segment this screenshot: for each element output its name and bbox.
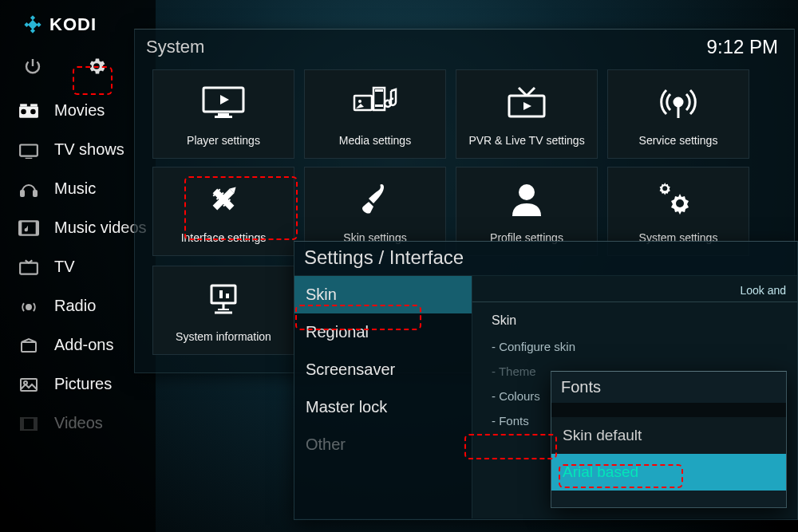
sidebar-item-musicvideos[interactable]: Music videos <box>0 208 156 247</box>
tv-icon <box>18 258 40 276</box>
fonts-title: Fonts <box>551 372 786 403</box>
radio-icon <box>18 298 40 315</box>
system-title: System <box>146 37 204 57</box>
svg-rect-16 <box>36 221 38 234</box>
videos-icon <box>18 415 40 432</box>
svg-rect-14 <box>19 221 38 234</box>
svg-point-30 <box>358 100 361 103</box>
svg-point-18 <box>26 305 31 309</box>
option-skin-heading[interactable]: Skin <box>492 313 797 334</box>
sidebar-item-music[interactable]: Music <box>0 169 156 208</box>
svg-rect-0 <box>30 15 35 20</box>
svg-rect-12 <box>21 191 24 196</box>
pictures-icon <box>18 376 40 393</box>
svg-marker-26 <box>220 95 229 104</box>
svg-point-47 <box>519 184 535 200</box>
svg-rect-33 <box>375 104 383 107</box>
svg-rect-24 <box>34 418 37 430</box>
tile-label: Media settings <box>339 134 411 147</box>
sidebar-item-label: Music <box>54 179 96 198</box>
sidebar-item-addons[interactable]: Add-ons <box>0 325 156 365</box>
font-option-label: Arial based <box>563 463 638 480</box>
category-screensaver[interactable]: Screensaver <box>294 351 472 388</box>
sidebar-item-label: Add-ons <box>54 336 114 354</box>
tile-interface-settings[interactable]: Interface settings <box>152 167 294 256</box>
fonts-divider <box>551 403 786 417</box>
category-skin[interactable]: Skin <box>294 276 472 313</box>
svg-rect-4 <box>28 20 38 30</box>
pencil-ruler-icon <box>203 179 243 220</box>
svg-rect-17 <box>20 262 38 274</box>
interface-title: Settings / Interface <box>294 242 797 276</box>
brand-text: KODI <box>49 14 97 35</box>
svg-marker-37 <box>523 102 531 110</box>
sidebar-item-videos[interactable]: Videos <box>0 404 156 443</box>
media-icon <box>351 81 399 123</box>
svg-rect-50 <box>211 286 235 303</box>
sidebar-item-pictures[interactable]: Pictures <box>0 365 156 404</box>
svg-point-7 <box>30 108 35 114</box>
power-icon[interactable] <box>22 56 43 77</box>
gears-icon <box>658 179 699 220</box>
sidebar-item-movies[interactable]: Movies <box>0 91 156 130</box>
movies-icon <box>18 102 40 120</box>
font-option-label: Skin default <box>563 427 642 443</box>
broadcast-icon <box>659 81 697 123</box>
category-other[interactable]: Other <box>294 426 472 463</box>
music-icon <box>18 180 40 198</box>
category-regional[interactable]: Regional <box>294 313 472 351</box>
font-option-arial-based[interactable]: Arial based <box>551 454 786 491</box>
sidebar: KODI Movies TV shows Music Music videos … <box>0 0 156 532</box>
svg-rect-15 <box>19 221 22 234</box>
brush-icon <box>358 179 393 220</box>
tile-label: Interface settings <box>181 231 267 244</box>
svg-rect-52 <box>226 294 229 298</box>
top-buttons <box>0 49 156 91</box>
presentation-icon <box>205 278 242 319</box>
musicvideos-icon <box>18 219 40 237</box>
svg-rect-20 <box>21 379 37 391</box>
category-label: Skin <box>306 286 337 303</box>
category-label: Screensaver <box>306 361 395 378</box>
sidebar-item-tvshows[interactable]: TV shows <box>0 130 156 169</box>
tile-service-settings[interactable]: Service settings <box>607 69 749 159</box>
sidebar-item-radio[interactable]: Radio <box>0 286 156 325</box>
tile-label: Service settings <box>639 134 718 147</box>
svg-rect-51 <box>219 290 223 298</box>
sidebar-item-label: TV <box>54 258 75 276</box>
sidebar-item-label: Pictures <box>54 375 112 393</box>
tile-player-settings[interactable]: Player settings <box>152 69 294 159</box>
section-header: Look and <box>472 276 797 301</box>
user-icon <box>509 179 544 220</box>
category-label: Other <box>306 435 346 453</box>
option-configure-skin[interactable]: - Configure skin <box>492 334 797 359</box>
svg-rect-23 <box>21 418 23 430</box>
svg-rect-10 <box>20 144 38 156</box>
svg-point-49 <box>662 186 667 191</box>
tile-label: PVR & Live TV settings <box>468 134 584 147</box>
interface-categories: Skin Regional Screensaver Master lock Ot… <box>294 276 472 518</box>
svg-rect-27 <box>218 113 229 116</box>
font-option-skin-default[interactable]: Skin default <box>551 417 786 454</box>
tile-label: System information <box>176 330 271 343</box>
tile-system-information[interactable]: System information <box>152 266 294 355</box>
tile-label: Player settings <box>187 134 260 147</box>
tile-media-settings[interactable]: Media settings <box>304 69 446 159</box>
sidebar-item-tv[interactable]: TV <box>0 247 156 286</box>
gear-icon[interactable] <box>86 56 107 77</box>
monitor-play-icon <box>200 81 247 123</box>
svg-point-38 <box>674 98 682 106</box>
sidebar-item-label: Movies <box>54 101 105 120</box>
addons-icon <box>18 337 40 354</box>
svg-rect-28 <box>215 116 232 118</box>
category-masterlock[interactable]: Master lock <box>294 388 472 426</box>
clock: 9:12 PM <box>707 36 778 58</box>
sidebar-item-label: Videos <box>54 414 103 432</box>
category-label: Master lock <box>306 398 387 416</box>
svg-rect-8 <box>20 104 27 106</box>
tv-antenna-icon <box>504 81 549 123</box>
svg-rect-9 <box>30 104 38 106</box>
tile-pvr-settings[interactable]: PVR & Live TV settings <box>456 69 598 159</box>
category-label: Regional <box>306 323 369 341</box>
logo: KODI <box>0 14 156 49</box>
